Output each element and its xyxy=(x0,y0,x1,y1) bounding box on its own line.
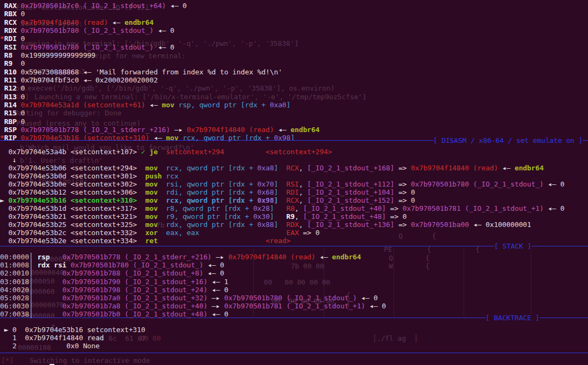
ghost-gridline xyxy=(394,248,394,317)
ghost-text: Launching a new terminal: ['/bin/x-termi… xyxy=(34,93,367,101)
terminal-line: R9 0 xyxy=(0,59,25,67)
ghost-text: Q xyxy=(398,232,403,240)
stack-section-title: [ STACK ] xyxy=(494,242,531,250)
ghost-text: { xyxy=(475,245,480,253)
terminal-line: 00:0000│ rsp 0x7b970501b778 (_IO_2_1_std… xyxy=(0,253,361,261)
ghost-text: { xyxy=(427,245,431,253)
terminal-line: 0x7b9704e53b25 <setcontext+325> mov rdx,… xyxy=(0,221,531,229)
terminal-line: 03:0018│ 0x7b970501b790 (_IO_2_1_stdout_… xyxy=(0,278,228,286)
ghost-gridline xyxy=(464,248,464,317)
terminal-line: RBP 0 xyxy=(0,118,25,126)
ghost-text: script for new terminal: xyxy=(86,52,186,60)
terminal-line: R15 0 xyxy=(0,109,25,117)
terminal-line: R10 0x59e730888868 ◂— 'Mail forwarded fr… xyxy=(0,68,282,76)
terminal-line: ► 0 0x7b9704e53b16 setcontext+310 xyxy=(0,326,145,334)
terminal-line: ► 0x7b9704e53b16 <setcontext+310> mov rc… xyxy=(0,196,415,204)
stack-separator: [ STACK ] xyxy=(0,246,588,246)
terminal-line: 0x7b9704e53b0e <setcontext+302> mov rsi,… xyxy=(0,180,564,188)
disasm-section-title: [ DISASM / x86-64 / set emulate on ] xyxy=(433,136,583,144)
terminal-line: RAX 0x7b970501b7c0 (_IO_2_1_stdout_+64) … xyxy=(0,2,187,10)
backtrace-section-title: [ BACKTRACE ] xyxy=(486,314,540,322)
terminal-line: R8 0x1999999999999999 xyxy=(0,51,95,59)
terminal-line: RDX 0x7b970501b780 (_IO_2_1_stdout_) ◂— … xyxy=(0,26,174,35)
ghost-text: 00 00 00 00 00 xyxy=(264,278,330,286)
terminal-line: R13 0 xyxy=(0,93,25,101)
ghost-text: Waiting for debugger: Done xyxy=(13,109,121,117)
terminal-line: 01:0008│ rdx rsi 0x7b970501b780 (_IO_2_1… xyxy=(0,261,224,269)
ghost-text: │./fl ag │ xyxy=(373,334,418,342)
pwndbg-terminal: Enter destination user ID (1-12): 'Sent … xyxy=(0,0,588,365)
terminal-line: 1 0x7b9704f14840 read xyxy=(0,334,104,342)
terminal-line: R14 0x7b9704e53a1d (setcontext+61) ◂— mo… xyxy=(0,101,291,109)
terminal-line: R11 0x7b9704fbf3c0 ◂— 0x2000200020002 xyxy=(0,76,158,84)
terminal-line: 0x7b9704e53b2c <setcontext+332> xor eax,… xyxy=(0,229,319,237)
terminal-line: ↓ xyxy=(0,156,17,164)
terminal-line: 05:0028│ 0x7b970501b7a0 (_IO_2_1_stdout_… xyxy=(0,294,377,302)
ghost-gridline xyxy=(531,248,531,317)
disasm-separator: [ DISASM / x86-64 / set emulate on ] xyxy=(0,140,588,141)
ghost-text: PE xyxy=(384,245,392,253)
terminal-line: 02:0010│ 0x7b970501b788 (_IO_2_1_stdout_… xyxy=(0,269,224,277)
terminal-line: 04:0020│ 0x7b970501b798 (_IO_2_1_stdout_… xyxy=(0,286,228,294)
command-prompt[interactable]: pwndbg> xyxy=(0,356,54,364)
terminal-line: *RDI 0 xyxy=(0,35,25,43)
ghost-text: Q xyxy=(389,254,393,262)
terminal-line: 06:0030│ 0x7b970501b7a8 (_IO_2_1_stdout_… xyxy=(0,302,386,310)
terminal-line: 0x7b9704e53b2e <setcontext+334> ret <rea… xyxy=(0,237,290,245)
ghost-text: { xyxy=(425,254,430,262)
terminal-line: 0x7b9704e53b06 <setcontext+294> mov rcx,… xyxy=(0,164,544,172)
ghost-text: W xyxy=(389,262,393,270)
terminal-line: 0x7b9704e53b21 <setcontext+321> mov r9, … xyxy=(0,212,407,221)
terminal-line: 0x7b9704e53a4b <setcontext+107> ✓ je set… xyxy=(0,148,332,156)
ghost-text: os.execve('/bin/gdb', ['/bin/gdb', '-q',… xyxy=(15,84,334,92)
ghost-text: { xyxy=(425,262,430,270)
terminal-line: RBX 0 xyxy=(0,10,25,18)
terminal-line: 0x7b9704e53b1d <setcontext+317> mov r8, … xyxy=(0,204,564,212)
terminal-line: RSP 0x7b970501b778 (_IO_2_1_stderr_+216)… xyxy=(0,126,319,134)
terminal-line: R12 0 xyxy=(0,84,25,92)
ghost-text: { xyxy=(432,232,436,240)
terminal-line: RSI 0x7b970501b780 (_IO_2_1_stdout_) ◂— … xyxy=(0,43,174,51)
bottom-separator xyxy=(0,353,588,353)
terminal-line: RCX 0x7b9704f14840 (read) ◂— endbr64 xyxy=(0,18,153,26)
terminal-line: 0x7b9704e53b12 <setcontext+306> mov rdi,… xyxy=(0,188,415,196)
ghost-text: 00 00 xyxy=(140,334,161,342)
ghost-text: 7b 00 00 xyxy=(291,262,324,270)
ghost-text: b'1. User's draft\n' xyxy=(20,156,103,164)
terminal-line: 2 0x0 None xyxy=(0,342,100,350)
terminal-line: 07:0038│ 0x7b970501b7b0 (_IO_2_1_stdout_… xyxy=(0,310,228,318)
terminal-line: 0x7b9704e53b0d <setcontext+301> push rcx xyxy=(0,172,178,180)
